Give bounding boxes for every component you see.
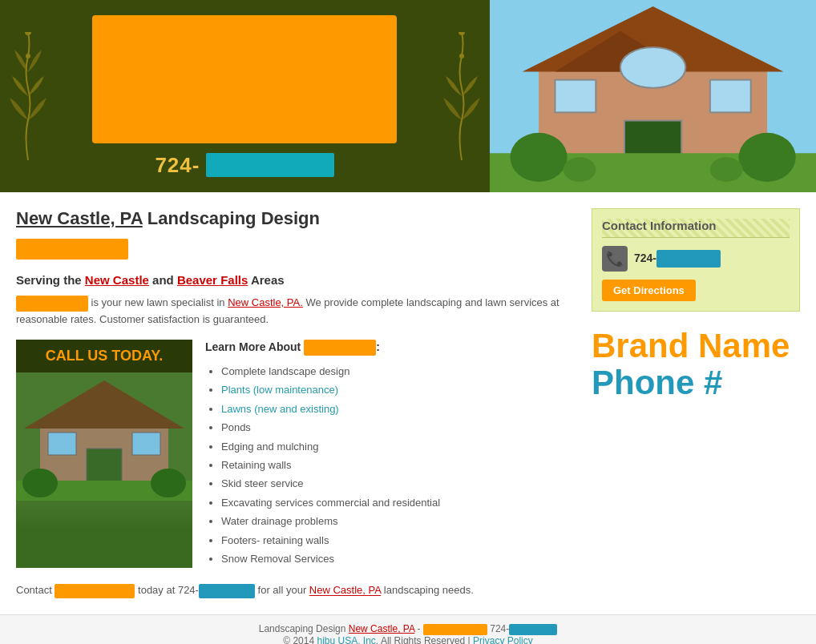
brand-phone-section: Brand Name Phone # <box>592 328 800 401</box>
svg-point-25 <box>151 469 186 497</box>
list-item: Excavating services commercial and resid… <box>221 493 576 512</box>
floral-left-icon <box>8 32 48 160</box>
main-content: New Castle, PA New Castle, PA Landscapin… <box>0 192 816 614</box>
page-title-location: New Castle, PA <box>16 208 143 228</box>
call-section: CALL US TODAY. <box>16 340 576 568</box>
list-item: Footers- retaining walls <box>221 531 576 549</box>
svg-rect-20 <box>48 433 76 455</box>
footer-brand-redacted <box>423 624 487 635</box>
footer-line1: Landscaping Design New Castle, PA - 724- <box>8 623 808 635</box>
header-left: 724- <box>0 0 490 192</box>
list-item: Lawns (new and existing) <box>221 400 576 418</box>
call-us-label: CALL US TODAY. <box>16 340 192 372</box>
header-house-image <box>490 0 816 192</box>
svg-rect-8 <box>555 80 596 113</box>
learn-more-brand-redacted <box>304 340 376 356</box>
contact-location: New Castle, PA <box>309 585 381 597</box>
contact-info-box: Contact Information 📞 724- Get Direction… <box>592 208 800 312</box>
brand-name-display: Brand Name <box>592 328 800 364</box>
svg-point-16 <box>710 157 743 182</box>
svg-point-14 <box>738 133 795 182</box>
serving-beaverfalls: Beaver Falls <box>177 273 248 287</box>
site-footer: Landscaping Design New Castle, PA - 724-… <box>0 614 816 644</box>
header-phone-redacted <box>206 153 334 177</box>
svg-rect-10 <box>620 47 685 88</box>
list-item: Plants (low maintenance) <box>221 380 576 399</box>
header-phone-bar: 724- <box>155 153 334 178</box>
content-right: Contact Information 📞 724- Get Direction… <box>592 208 800 598</box>
serving-newcastle: New Castle <box>85 273 149 287</box>
privacy-link[interactable]: Privacy Policy <box>473 635 533 644</box>
logo-image <box>92 15 397 143</box>
svg-point-24 <box>22 469 58 497</box>
lawns-link[interactable]: Lawns (new and existing) <box>221 403 339 415</box>
footer-location: New Castle, PA <box>349 623 414 634</box>
footer-phone-redacted <box>509 624 557 635</box>
brand-name-bar <box>16 239 128 260</box>
footer-line2: © 2014 hibu USA, Inc. All Rights Reserve… <box>8 635 808 644</box>
sidebar-phone-prefix: 724- <box>634 252 656 264</box>
floral-right-icon <box>442 32 482 160</box>
hibu-link[interactable]: hibu USA, Inc. <box>317 635 378 644</box>
sidebar-phone-redacted <box>656 250 721 268</box>
contact-phone-redacted <box>199 584 255 598</box>
contact-info-title: Contact Information <box>602 219 790 238</box>
svg-point-1 <box>26 54 30 58</box>
phone-hash-display: Phone # <box>592 364 800 401</box>
learn-more-title: Learn More About : <box>205 340 576 356</box>
list-item: Snow Removal Services <box>221 549 576 568</box>
contact-brand-redacted <box>55 584 135 598</box>
desc-brand-redacted <box>16 296 88 312</box>
list-item: Edging and mulching <box>221 437 576 456</box>
house-photo <box>490 0 816 192</box>
site-header: 724- <box>0 0 816 192</box>
phone-icon: 📞 <box>602 246 628 272</box>
svg-point-15 <box>563 157 596 182</box>
svg-rect-21 <box>132 433 160 455</box>
learn-more-section: Learn More About : Complete landscape de… <box>205 340 576 568</box>
list-item: Skid steer service <box>221 474 576 493</box>
list-item: Retaining walls <box>221 456 576 474</box>
svg-point-0 <box>25 32 31 35</box>
sidebar-phone-number: 724- <box>634 250 721 268</box>
header-phone-number: 724- <box>155 153 200 178</box>
services-list: Complete landscape design Plants (low ma… <box>205 362 576 568</box>
description-paragraph: is your new lawn specialist in New Castl… <box>16 295 576 327</box>
page-title: New Castle, PA New Castle, PA Landscapin… <box>16 208 576 229</box>
serving-line: Serving the New Castle and Beaver Falls … <box>16 273 576 287</box>
phone-symbol: 📞 <box>606 250 624 268</box>
call-us-house-image <box>16 372 192 568</box>
svg-point-2 <box>458 32 465 35</box>
plants-link[interactable]: Plants (low maintenance) <box>221 384 338 396</box>
phone-row: 📞 724- <box>602 246 790 272</box>
content-left: New Castle, PA New Castle, PA Landscapin… <box>16 208 592 598</box>
list-item: Complete landscape design <box>221 362 576 380</box>
get-directions-button[interactable]: Get Directions <box>602 280 696 301</box>
desc-location: New Castle, PA. <box>228 296 303 308</box>
svg-point-3 <box>459 54 464 58</box>
svg-rect-9 <box>710 80 751 113</box>
list-item: Ponds <box>221 418 576 437</box>
call-us-box: CALL US TODAY. <box>16 340 192 568</box>
svg-point-13 <box>510 133 567 182</box>
contact-line: Contact today at 724- for all your New C… <box>16 584 576 598</box>
list-item: Water drainage problems <box>221 512 576 530</box>
